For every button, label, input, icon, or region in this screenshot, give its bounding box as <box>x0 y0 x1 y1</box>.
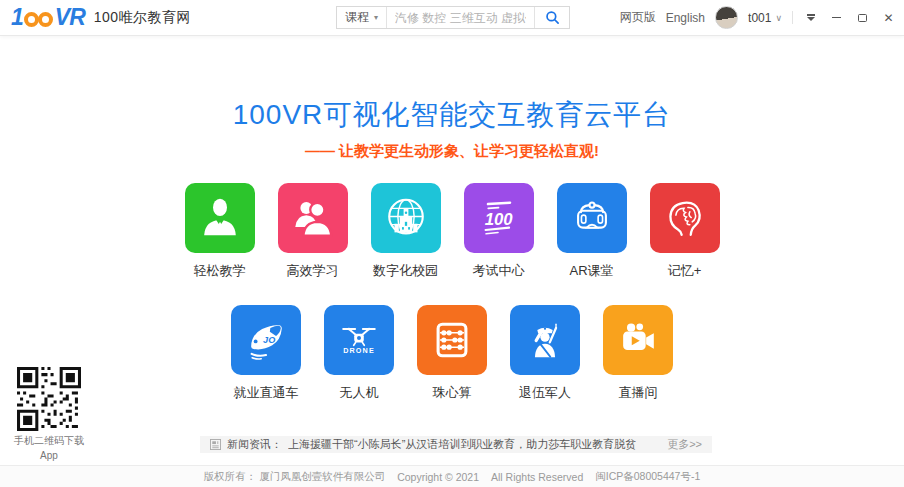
tile-label: 直播间 <box>619 384 658 402</box>
tile-live-room[interactable] <box>603 305 673 375</box>
tile-label: AR课堂 <box>569 262 613 280</box>
news-headline-link[interactable]: 上海援疆干部“小陈局长”从汉语培训到职业教育，助力莎车职业教育脱贫 <box>288 437 636 452</box>
app-menu-button[interactable] <box>804 10 817 26</box>
minimize-button[interactable] <box>830 10 843 26</box>
qr-caption-line2: App <box>0 449 98 464</box>
caret-down-icon: ▾ <box>374 13 378 22</box>
tile-efficient-learning[interactable] <box>278 183 348 253</box>
footer: 版权所有： 厦门凤凰创壹软件有限公司 Copyright © 2021 All … <box>0 465 904 487</box>
logo-o-icon <box>38 12 53 27</box>
vr-headset-icon <box>569 195 615 241</box>
close-icon: ✕ <box>883 12 893 24</box>
svg-text:100: 100 <box>484 210 513 229</box>
page-title: 100VR可视化智能交互教育云平台 <box>0 96 904 134</box>
avatar[interactable] <box>715 6 738 29</box>
user-menu[interactable]: t001 ∨ <box>748 11 782 25</box>
score-100-icon: 100 <box>476 195 522 241</box>
username: t001 <box>748 11 771 25</box>
minimize-icon <box>832 17 841 19</box>
tile-row-1: 轻松教学 高效学习 <box>0 183 904 280</box>
abacus-icon <box>429 317 475 363</box>
tile-abacus[interactable] <box>417 305 487 375</box>
tile-cell-ar-classroom: AR课堂 <box>557 183 627 280</box>
maximize-button[interactable] <box>856 10 869 26</box>
logo-text-vr: VR <box>55 6 85 29</box>
search-category-dropdown[interactable]: 课程 ▾ <box>337 7 387 28</box>
qr-code-image <box>17 367 81 431</box>
maximize-icon <box>858 14 867 22</box>
web-version-link[interactable]: 网页版 <box>620 9 656 26</box>
logo[interactable]: 1 VR 100唯尔教育网 <box>11 0 191 35</box>
footer-year: Copyright © 2021 <box>397 471 479 483</box>
news-more-link[interactable]: 更多>> <box>667 437 702 452</box>
qr-caption-line1: 手机二维码下载 <box>0 434 98 449</box>
search-category-label: 课程 <box>345 9 369 26</box>
tile-label: 珠心算 <box>433 384 472 402</box>
brain-icon <box>662 195 708 241</box>
tile-cell-efficient-learning: 高效学习 <box>278 183 348 280</box>
teacher-icon <box>197 195 243 241</box>
tile-ar-classroom[interactable] <box>557 183 627 253</box>
svg-text:DRONE: DRONE <box>343 347 375 355</box>
tile-label: 无人机 <box>340 384 379 402</box>
tile-cell-easy-teaching: 轻松教学 <box>185 183 255 280</box>
tile-digital-campus[interactable] <box>371 183 441 253</box>
tile-label: 轻松教学 <box>194 262 246 280</box>
footer-copyright: 版权所有： 厦门凤凰创壹软件有限公司 <box>204 470 385 484</box>
search-icon <box>545 10 560 25</box>
tile-easy-teaching[interactable] <box>185 183 255 253</box>
news-label: 新闻资讯： <box>227 437 282 452</box>
tile-cell-digital-campus: 数字化校园 <box>371 183 441 280</box>
svg-text:JO: JO <box>263 335 275 345</box>
app-window: 1 VR 100唯尔教育网 课程 ▾ 网页版 English t001 <box>0 0 904 487</box>
tile-label: 记忆+ <box>668 262 702 280</box>
footer-icp: 闽ICP备08005447号-1 <box>595 470 700 484</box>
logo-text-1: 1 <box>11 6 23 29</box>
search-bar: 课程 ▾ <box>336 6 570 29</box>
page-subtitle: —— 让教学更生动形象、让学习更轻松直观! <box>0 142 904 161</box>
tile-cell-live-room: 直播间 <box>603 305 673 402</box>
students-icon <box>290 195 336 241</box>
top-bar: 1 VR 100唯尔教育网 课程 ▾ 网页版 English t001 <box>0 0 904 36</box>
tile-row-2: JO 就业直通车 DRONE <box>0 305 904 402</box>
globe-campus-icon <box>383 195 429 241</box>
tile-memory-plus[interactable] <box>650 183 720 253</box>
qr-caption: 手机二维码下载 App <box>0 434 98 463</box>
search-button[interactable] <box>534 7 569 28</box>
tile-employment-express[interactable]: JO <box>231 305 301 375</box>
site-name: 100唯尔教育网 <box>94 9 191 27</box>
tile-label: 考试中心 <box>473 262 525 280</box>
tile-cell-veterans: 退伍军人 <box>510 305 580 402</box>
video-camera-icon <box>615 317 661 363</box>
logo-o-icon <box>24 12 39 27</box>
tile-cell-memory-plus: 记忆+ <box>650 183 720 280</box>
tile-cell-drone: DRONE 无人机 <box>324 305 394 402</box>
top-right-controls: 网页版 English t001 ∨ <box>620 0 895 35</box>
chevron-down-icon: ∨ <box>775 13 782 23</box>
footer-rights: All Rights Reserved <box>491 471 583 483</box>
tile-label: 数字化校园 <box>373 262 438 280</box>
soldier-icon <box>522 317 568 363</box>
tile-veterans[interactable] <box>510 305 580 375</box>
tile-cell-abacus: 珠心算 <box>417 305 487 402</box>
news-icon <box>210 439 221 450</box>
window-controls: ✕ <box>804 10 895 26</box>
drone-icon: DRONE <box>336 317 382 363</box>
tile-drone[interactable]: DRONE <box>324 305 394 375</box>
menu-icon <box>807 14 815 21</box>
tile-exam-center[interactable]: 100 <box>464 183 534 253</box>
close-button[interactable]: ✕ <box>882 10 895 26</box>
qr-code <box>17 367 81 431</box>
news-ticker: 新闻资讯： 上海援疆干部“小陈局长”从汉语培训到职业教育，助力莎车职业教育脱贫 … <box>200 436 712 453</box>
tile-label: 就业直通车 <box>234 384 299 402</box>
tile-cell-exam-center: 100 考试中心 <box>464 183 534 280</box>
train-icon: JO <box>243 317 289 363</box>
search-input[interactable] <box>387 7 534 28</box>
tile-label: 高效学习 <box>287 262 339 280</box>
english-link[interactable]: English <box>666 11 705 25</box>
tile-label: 退伍军人 <box>519 384 571 402</box>
tile-cell-employment-express: JO 就业直通车 <box>231 305 301 402</box>
divider <box>792 11 793 24</box>
